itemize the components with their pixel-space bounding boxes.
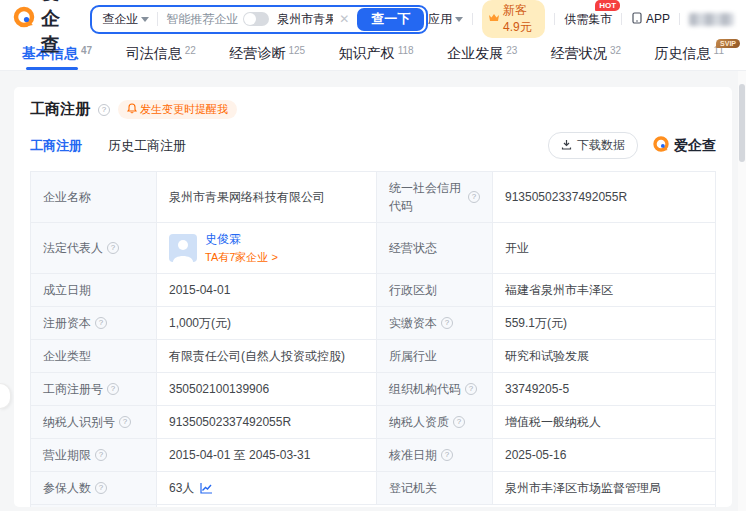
subtab-history-registration[interactable]: 历史工商注册 bbox=[108, 137, 186, 155]
toggle-knob bbox=[244, 13, 256, 25]
tab-count: 32 bbox=[610, 45, 621, 56]
svip-badge: SVIP bbox=[716, 39, 740, 48]
field-value: 2015-04-01 至 2045-03-31 bbox=[157, 439, 377, 471]
tab-count: 47 bbox=[81, 45, 92, 56]
chevron-down-icon bbox=[141, 17, 149, 22]
tab-label: 企业发展 bbox=[447, 45, 503, 63]
field-value: 2025-05-16 bbox=[493, 439, 715, 471]
table-row: 营业期限? 2015-04-01 至 2045-03-31 核准日期? 2025… bbox=[31, 439, 715, 472]
table-row: 纳税人识别号? 91350502337492055R 纳税人资质? 增值税一般纳… bbox=[31, 406, 715, 439]
field-label: 纳税人资质? bbox=[377, 406, 493, 438]
tab-intellectual-property[interactable]: 知识产权118 bbox=[339, 38, 414, 70]
related-companies-link[interactable]: TA有7家企业 > bbox=[205, 249, 278, 266]
field-value: 有限责任公司(自然人投资或控股) bbox=[157, 340, 377, 372]
help-icon[interactable]: ? bbox=[95, 449, 107, 461]
help-icon[interactable]: ? bbox=[441, 449, 453, 461]
apps-menu[interactable]: 应用 bbox=[428, 11, 463, 28]
menu-divider bbox=[679, 13, 680, 25]
menu-divider bbox=[472, 13, 473, 25]
table-row: 注册资本? 1,000万(元) 实缴资本? 559.1万(元) bbox=[31, 307, 715, 340]
field-label: 经营状态 bbox=[377, 223, 493, 273]
help-icon[interactable]: ? bbox=[119, 416, 131, 428]
field-value: 559.1万(元) bbox=[493, 307, 715, 339]
field-label: 参保人数? bbox=[31, 472, 157, 504]
top-bar: 爱企查 查企业 智能推荐企业 ✕ 查一下 应用 新客4.9元 bbox=[0, 0, 746, 38]
floating-side-handle[interactable] bbox=[0, 383, 11, 409]
field-label: 所属行业 bbox=[377, 340, 493, 372]
new-customer-promo[interactable]: 新客4.9元 bbox=[482, 0, 545, 38]
top-menu: 应用 新客4.9元 供需集市 HOT APP bbox=[428, 0, 734, 38]
tab-business-diagnosis[interactable]: 经营诊断125 bbox=[229, 38, 305, 70]
field-value: 33749205-5 bbox=[493, 373, 715, 405]
aiqicha-company-page: 爱企查 查企业 智能推荐企业 ✕ 查一下 应用 新客4.9元 bbox=[0, 0, 746, 511]
help-icon[interactable]: ? bbox=[98, 104, 110, 116]
scrollbar-thumb[interactable] bbox=[739, 84, 745, 162]
search-button[interactable]: 查一下 bbox=[357, 8, 424, 31]
scrollbar-track[interactable] bbox=[738, 38, 746, 511]
supply-market-label: 供需集市 bbox=[564, 11, 612, 28]
section-title: 工商注册 bbox=[30, 100, 90, 119]
legal-representative-link[interactable]: 史俊霖 bbox=[205, 230, 278, 248]
help-icon[interactable]: ? bbox=[95, 482, 107, 494]
field-label: 行政区划 bbox=[377, 274, 493, 306]
field-value: 2015-04-01 bbox=[157, 274, 377, 306]
help-icon[interactable]: ? bbox=[107, 242, 119, 254]
tab-count: 125 bbox=[288, 45, 305, 56]
field-label: 实缴资本? bbox=[377, 307, 493, 339]
help-icon[interactable]: ? bbox=[107, 383, 119, 395]
supply-market-link[interactable]: 供需集市 HOT bbox=[564, 11, 612, 28]
table-row: 企业类型 有限责任公司(自然人投资或控股) 所属行业 研究和试验发展 bbox=[31, 340, 715, 373]
user-account-blurred[interactable] bbox=[689, 13, 734, 26]
tab-count: 22 bbox=[185, 45, 196, 56]
field-label: 组织机构代码? bbox=[377, 373, 493, 405]
help-icon[interactable]: ? bbox=[453, 416, 465, 428]
promo-label: 新客4.9元 bbox=[503, 2, 537, 36]
chevron-down-icon bbox=[455, 17, 463, 22]
subtab-business-registration[interactable]: 工商注册 bbox=[30, 137, 82, 155]
app-label: APP bbox=[646, 12, 670, 26]
tab-history-info[interactable]: 历史信息11 SVIP bbox=[655, 38, 724, 70]
download-data-button[interactable]: 下载数据 bbox=[548, 132, 638, 159]
bell-icon bbox=[127, 103, 137, 116]
field-label: 营业期限? bbox=[31, 439, 157, 471]
search-input[interactable] bbox=[277, 12, 333, 26]
help-icon[interactable]: ? bbox=[441, 317, 453, 329]
avatar[interactable] bbox=[169, 234, 197, 262]
help-icon[interactable]: ? bbox=[468, 191, 480, 203]
field-label: 登记机关 bbox=[377, 472, 493, 504]
sub-tab-row: 工商注册 历史工商注册 下载数据 爱企查 bbox=[30, 132, 716, 159]
trend-chart-icon[interactable] bbox=[200, 482, 213, 494]
tab-label: 历史信息 bbox=[655, 45, 711, 63]
search-category-label: 查企业 bbox=[102, 11, 138, 28]
menu-divider bbox=[554, 13, 555, 25]
registration-table: 企业名称 泉州市青果网络科技有限公司 统一社会信用代码? 91350502337… bbox=[30, 171, 716, 507]
tab-company-development[interactable]: 企业发展23 bbox=[447, 38, 517, 70]
help-icon[interactable]: ? bbox=[465, 383, 477, 395]
download-icon bbox=[561, 139, 572, 153]
help-icon[interactable]: ? bbox=[95, 317, 107, 329]
insured-count-cell: 63人 bbox=[157, 472, 377, 504]
aiqicha-logo-icon bbox=[12, 5, 36, 33]
tab-judicial-info[interactable]: 司法信息22 bbox=[126, 38, 196, 70]
search-category-dropdown[interactable]: 查企业 bbox=[102, 11, 149, 28]
business-registration-card: 工商注册 ? 发生变更时提醒我 工商注册 历史工商注册 下载数据 爱企查 bbox=[14, 87, 732, 507]
table-row: 成立日期 2015-04-01 行政区划 福建省泉州市丰泽区 bbox=[31, 274, 715, 307]
field-value: - bbox=[157, 505, 715, 508]
clear-search-icon[interactable]: ✕ bbox=[339, 12, 349, 26]
aiqicha-logo[interactable]: 爱企查 bbox=[12, 0, 76, 58]
field-value: 91350502337492055R bbox=[493, 172, 715, 222]
change-alert-button[interactable]: 发生变更时提醒我 bbox=[118, 100, 237, 119]
field-value: 1,000万(元) bbox=[157, 307, 377, 339]
section-tools: 下载数据 爱企查 bbox=[548, 132, 716, 159]
field-label: 工商注册号? bbox=[31, 373, 157, 405]
field-label: 统一社会信用代码? bbox=[377, 172, 493, 222]
app-download-link[interactable]: APP bbox=[631, 12, 670, 27]
field-label: 核准日期? bbox=[377, 439, 493, 471]
smart-recommend-toggle[interactable] bbox=[243, 12, 269, 26]
tab-operating-status[interactable]: 经营状况32 bbox=[551, 38, 621, 70]
field-label: 企业类型 bbox=[31, 340, 157, 372]
field-value: 增值税一般纳税人 bbox=[493, 406, 715, 438]
field-label: 纳税人识别号? bbox=[31, 406, 157, 438]
change-alert-label: 发生变更时提醒我 bbox=[140, 102, 228, 117]
menu-divider bbox=[621, 13, 622, 25]
